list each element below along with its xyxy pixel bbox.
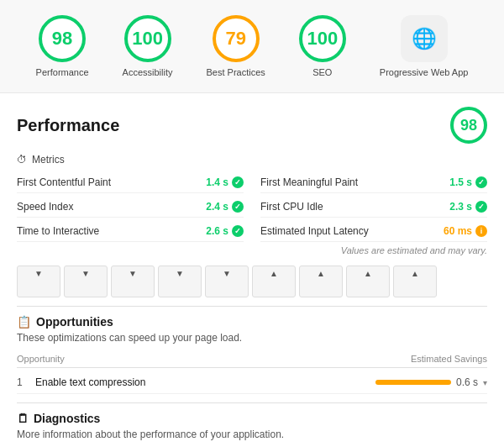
diagnostics-title: Diagnostics — [34, 412, 100, 425]
score-card-accessibility[interactable]: 100 Accessibility — [114, 10, 181, 82]
main-content: Performance 98 ⏱ Metrics First Contentfu… — [0, 93, 504, 447]
metric-row-fcp: First Contentful Paint 1.4 s ✓ — [17, 172, 244, 193]
check-icon-fci: ✓ — [475, 201, 487, 213]
score-card-performance[interactable]: 98 Performance — [28, 10, 97, 82]
arrow-down-5: ▼ — [223, 269, 231, 278]
check-icon-tti: ✓ — [232, 225, 244, 237]
score-label-seo: SEO — [312, 67, 332, 77]
metric-name-si: Speed Index — [17, 201, 73, 213]
filmstrip-item-5: ▼ — [205, 266, 249, 297]
chevron-down-icon-1[interactable]: ▾ — [483, 378, 487, 387]
diagnostics-section: 🗒 Diagnostics More information about the… — [17, 412, 487, 447]
page-title: Performance — [17, 116, 119, 135]
opportunity-name-1: Enable text compression — [35, 376, 369, 388]
arrow-up-7: ▲ — [317, 269, 325, 278]
diagnostics-header: 🗒 Diagnostics — [17, 412, 487, 425]
metric-row-fci: First CPU Idle 2.3 s ✓ — [260, 197, 487, 218]
filmstrip-item-7: ▲ — [299, 266, 343, 297]
score-label-performance: Performance — [36, 67, 89, 77]
check-icon-fmp: ✓ — [475, 176, 487, 188]
metric-value-fmp: 1.5 s ✓ — [449, 176, 487, 188]
score-circle-performance: 98 — [39, 15, 86, 62]
arrow-down-1: ▼ — [34, 269, 43, 278]
metric-value-eil: 60 ms i — [444, 225, 487, 237]
opportunities-table-header: Opportunity Estimated Savings — [17, 350, 487, 368]
score-circle-seo: 100 — [299, 15, 346, 62]
metric-row-fmp: First Meaningful Paint 1.5 s ✓ — [260, 172, 487, 193]
arrow-up-9: ▲ — [411, 269, 419, 278]
metrics-grid: First Contentful Paint 1.4 s ✓ First Mea… — [17, 172, 487, 242]
opportunity-num-1: 1 — [17, 376, 29, 388]
metric-value-tti: 2.6 s ✓ — [206, 225, 244, 237]
metric-row-tti: Time to Interactive 2.6 s ✓ — [17, 221, 244, 242]
score-card-pwa[interactable]: 🌐 Progressive Web App — [371, 10, 477, 82]
arrow-up-8: ▲ — [364, 269, 372, 278]
filmstrip-item-6: ▲ — [252, 266, 296, 297]
metric-row-si: Speed Index 2.4 s ✓ — [17, 197, 244, 218]
score-label-accessibility: Accessibility — [123, 67, 173, 77]
metric-value-fci: 2.3 s ✓ — [449, 201, 487, 213]
arrow-down-2: ▼ — [81, 269, 90, 278]
score-card-seo[interactable]: 100 SEO — [291, 10, 354, 82]
divider-1 — [17, 306, 487, 307]
metrics-section: ⏱ Metrics First Contentful Paint 1.4 s ✓… — [17, 154, 487, 255]
metric-value-fcp: 1.4 s ✓ — [206, 176, 244, 188]
main-score-circle: 98 — [450, 107, 487, 144]
section-title-row: Performance 98 — [17, 107, 487, 144]
col-opportunity-label: Opportunity — [17, 354, 65, 364]
arrow-down-3: ▼ — [129, 269, 137, 278]
filmstrip-item-2: ▼ — [64, 266, 108, 297]
col-savings-label: Estimated Savings — [411, 354, 487, 364]
metric-name-eil: Estimated Input Latency — [260, 225, 369, 237]
opportunity-savings-1: 0.6 s ▾ — [375, 376, 487, 388]
info-icon-eil: i — [475, 225, 487, 237]
filmstrip-item-4: ▼ — [158, 266, 202, 297]
metric-row-eil: Estimated Input Latency 60 ms i — [260, 221, 487, 242]
score-circle-best-practices: 79 — [213, 15, 260, 62]
opportunity-row-1[interactable]: 1 Enable text compression 0.6 s ▾ — [17, 371, 487, 394]
filmstrip-item-8: ▲ — [346, 266, 390, 297]
savings-bar-1 — [375, 380, 451, 385]
diagnostics-description: More information about the performance o… — [17, 429, 487, 440]
filmstrip-item-3: ▼ — [111, 266, 155, 297]
score-label-pwa: Progressive Web App — [380, 67, 469, 77]
score-label-best-practices: Best Practices — [207, 67, 265, 77]
metric-name-fci: First CPU Idle — [260, 201, 323, 213]
opportunity-icon: 📋 — [17, 315, 31, 329]
opportunities-title: Opportunities — [36, 315, 113, 329]
score-card-best-practices[interactable]: 79 Best Practices — [198, 10, 274, 82]
metric-value-si: 2.4 s ✓ — [206, 201, 244, 213]
metric-name-fmp: First Meaningful Paint — [260, 176, 358, 188]
pwa-icon: 🌐 — [401, 15, 448, 62]
arrow-down-4: ▼ — [176, 269, 184, 278]
filmstrip-item-1: ▼ — [17, 266, 60, 297]
check-icon-fcp: ✓ — [232, 176, 244, 188]
estimated-note: Values are estimated and may vary. — [17, 245, 487, 255]
divider-2 — [17, 402, 487, 403]
opportunities-section: 📋 Opportunities These optimizations can … — [17, 315, 487, 394]
opportunities-description: These optimizations can speed up your pa… — [17, 332, 487, 344]
savings-value-1: 0.6 s — [456, 376, 478, 388]
metric-name-fcp: First Contentful Paint — [17, 176, 111, 188]
clock-icon: ⏱ — [17, 154, 27, 166]
filmstrip-item-9: ▲ — [393, 266, 437, 297]
check-icon-si: ✓ — [232, 201, 244, 213]
diagnostic-icon: 🗒 — [17, 412, 29, 425]
filmstrip: ▼ ▼ ▼ ▼ ▼ ▲ ▲ ▲ ▲ — [17, 266, 487, 297]
metrics-label: ⏱ Metrics — [17, 154, 487, 166]
opportunities-header: 📋 Opportunities — [17, 315, 487, 329]
score-circle-accessibility: 100 — [124, 15, 171, 62]
metrics-title: Metrics — [32, 154, 65, 166]
arrow-up-6: ▲ — [270, 269, 278, 278]
score-cards-row: 98 Performance 100 Accessibility 79 Best… — [0, 0, 504, 93]
metric-name-tti: Time to Interactive — [17, 225, 99, 237]
